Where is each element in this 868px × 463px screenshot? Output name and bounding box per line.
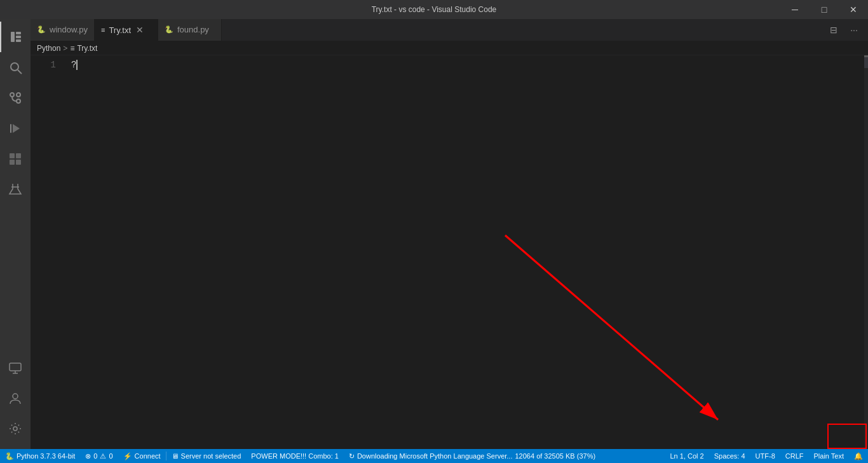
status-errors[interactable]: ⊗ 0 ⚠ 0 bbox=[80, 449, 118, 463]
status-language[interactable]: Plain Text bbox=[809, 452, 850, 460]
svg-point-6 bbox=[10, 93, 14, 97]
svg-point-7 bbox=[17, 99, 20, 103]
status-downloading[interactable]: ↻ Downloading Microsoft Python Language … bbox=[344, 449, 600, 463]
tab-label-window-py: window.py bbox=[50, 25, 88, 34]
minimize-button[interactable]: ─ bbox=[780, 0, 810, 19]
svg-point-20 bbox=[13, 427, 17, 431]
status-bar: 🐍 Python 3.7.3 64-bit ⊗ 0 ⚠ 0 ⚡ Connect … bbox=[0, 449, 868, 463]
main-layout: 🐍 window.py ≡ Try.txt ✕ 🐍 found.py ⊟ ···… bbox=[0, 19, 868, 449]
svg-rect-11 bbox=[10, 153, 15, 158]
svg-rect-12 bbox=[16, 153, 21, 158]
svg-rect-1 bbox=[16, 32, 21, 34]
activity-bottom bbox=[0, 352, 31, 449]
svg-line-5 bbox=[18, 70, 22, 74]
svg-rect-10 bbox=[10, 124, 11, 133]
breadcrumb-folder[interactable]: Python bbox=[37, 44, 60, 53]
window-title: Try.txt - vs code - Visual Studio Code bbox=[372, 5, 497, 14]
status-line-ending[interactable]: CRLF bbox=[780, 452, 809, 460]
tabs-actions: ⊟ ··· bbox=[825, 19, 868, 41]
minimap bbox=[864, 55, 868, 449]
status-notifications[interactable]: 🔔 bbox=[849, 452, 868, 460]
activity-icon-run-debug[interactable] bbox=[0, 113, 31, 144]
server-icon: 🖥 bbox=[172, 452, 179, 460]
error-icon: ⊗ bbox=[85, 452, 91, 460]
tab-label-found-py: found.py bbox=[177, 25, 209, 34]
maximize-button[interactable]: □ bbox=[810, 0, 839, 19]
tab-label-try-txt: Try.txt bbox=[109, 25, 131, 35]
activity-icon-source-control[interactable] bbox=[0, 83, 31, 113]
text-cursor bbox=[76, 60, 78, 70]
minimap-scroll[interactable] bbox=[864, 55, 868, 68]
activity-icon-explorer[interactable] bbox=[0, 22, 31, 52]
editor-area: 🐍 window.py ≡ Try.txt ✕ 🐍 found.py ⊟ ···… bbox=[31, 19, 868, 449]
svg-rect-16 bbox=[10, 363, 21, 371]
tab-icon-found-py: 🐍 bbox=[165, 25, 173, 34]
svg-rect-3 bbox=[16, 39, 21, 42]
activity-bar bbox=[0, 19, 31, 449]
status-encoding[interactable]: UTF-8 bbox=[750, 452, 780, 460]
status-python-version[interactable]: 🐍 Python 3.7.3 64-bit bbox=[0, 449, 80, 463]
status-server[interactable]: 🖥 Server not selected bbox=[166, 449, 247, 463]
tab-found-py[interactable]: 🐍 found.py bbox=[158, 19, 222, 41]
close-button[interactable]: ✕ bbox=[839, 0, 868, 19]
svg-point-19 bbox=[13, 394, 18, 399]
status-spaces[interactable]: Spaces: 4 bbox=[709, 452, 750, 460]
line-number-1: 1 bbox=[31, 58, 56, 72]
activity-icon-settings[interactable] bbox=[0, 413, 31, 444]
status-python-icon: 🐍 bbox=[5, 452, 14, 460]
svg-rect-13 bbox=[10, 160, 15, 165]
tab-try-txt[interactable]: ≡ Try.txt ✕ bbox=[95, 19, 158, 41]
line-numbers: 1 bbox=[31, 55, 62, 449]
code-content-1: ? bbox=[71, 60, 76, 70]
status-right: Ln 1, Col 2 Spaces: 4 UTF-8 CRLF Plain T… bbox=[665, 452, 868, 460]
svg-point-4 bbox=[11, 63, 18, 71]
code-line-1: ? bbox=[71, 58, 864, 72]
activity-icon-search[interactable] bbox=[0, 52, 31, 83]
activity-icon-extensions[interactable] bbox=[0, 144, 31, 174]
breadcrumb: Python > ≡ Try.txt bbox=[31, 41, 868, 55]
status-position[interactable]: Ln 1, Col 2 bbox=[665, 452, 709, 460]
svg-rect-2 bbox=[16, 36, 21, 38]
breadcrumb-file[interactable]: Try.txt bbox=[77, 44, 97, 53]
window-controls: ─ □ ✕ bbox=[780, 0, 868, 19]
bell-icon: 🔔 bbox=[854, 452, 863, 460]
breadcrumb-separator: > bbox=[63, 44, 67, 53]
svg-rect-0 bbox=[11, 32, 15, 42]
download-icon: ↻ bbox=[349, 452, 355, 460]
svg-marker-9 bbox=[13, 124, 20, 133]
svg-point-8 bbox=[17, 93, 20, 97]
split-editor-button[interactable]: ⊟ bbox=[825, 21, 843, 39]
title-bar: Try.txt - vs code - Visual Studio Code ─… bbox=[0, 0, 868, 19]
editor-content[interactable]: 1 ? bbox=[31, 55, 868, 449]
connect-icon: ⚡ bbox=[123, 452, 132, 460]
activity-icon-testing[interactable] bbox=[0, 174, 31, 205]
status-connect[interactable]: ⚡ Connect bbox=[118, 449, 166, 463]
activity-icon-accounts[interactable] bbox=[0, 383, 31, 413]
svg-rect-14 bbox=[16, 160, 21, 165]
tab-window-py[interactable]: 🐍 window.py bbox=[31, 19, 95, 41]
tabs-bar: 🐍 window.py ≡ Try.txt ✕ 🐍 found.py ⊟ ··· bbox=[31, 19, 868, 41]
tab-close-try-txt[interactable]: ✕ bbox=[135, 24, 145, 36]
activity-icon-remote[interactable] bbox=[0, 352, 31, 383]
tab-icon-window-py: 🐍 bbox=[37, 25, 46, 34]
code-editor[interactable]: ? bbox=[62, 55, 864, 449]
more-actions-button[interactable]: ··· bbox=[845, 21, 863, 39]
tab-icon-try-txt: ≡ bbox=[101, 26, 105, 34]
warning-icon: ⚠ bbox=[100, 452, 106, 460]
status-power-mode[interactable]: POWER MODE!!! Combo: 1 bbox=[246, 449, 344, 463]
breadcrumb-file-icon: ≡ bbox=[70, 44, 74, 53]
